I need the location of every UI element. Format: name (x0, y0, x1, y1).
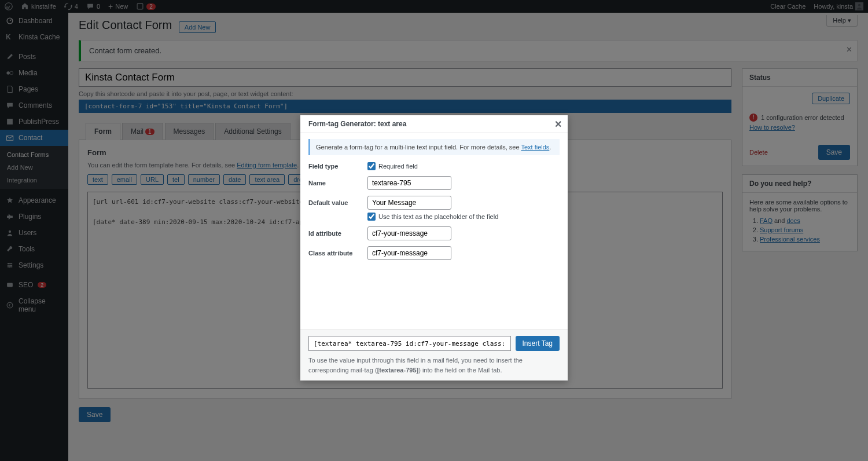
name-label: Name (308, 180, 367, 186)
class-attr-label: Class attribute (308, 250, 367, 257)
required-checkbox[interactable] (367, 162, 376, 170)
required-checkbox-label[interactable]: Required field (367, 162, 560, 170)
class-attr-input[interactable] (367, 246, 451, 260)
insert-tag-button[interactable]: Insert Tag (516, 336, 560, 351)
modal-info: Generate a form-tag for a multi-line tex… (308, 139, 560, 155)
modal-title: Form-tag Generator: text area ✕ (300, 115, 568, 133)
id-attr-label: Id attribute (308, 230, 367, 237)
placeholder-checkbox[interactable] (367, 213, 376, 221)
id-attr-input[interactable] (367, 226, 451, 240)
field-type-label: Field type (308, 163, 367, 170)
tag-output-input[interactable] (308, 336, 511, 351)
text-fields-link[interactable]: Text fields (521, 144, 549, 151)
footer-hint: To use the value input through this fiel… (308, 356, 560, 375)
placeholder-checkbox-label[interactable]: Use this text as the placeholder of the … (367, 213, 560, 221)
default-value-input[interactable] (367, 196, 451, 210)
form-tag-modal: Form-tag Generator: text area ✕ Generate… (300, 115, 568, 380)
close-icon[interactable]: ✕ (554, 119, 562, 130)
name-input[interactable] (367, 176, 451, 190)
default-value-label: Default value (308, 199, 367, 206)
